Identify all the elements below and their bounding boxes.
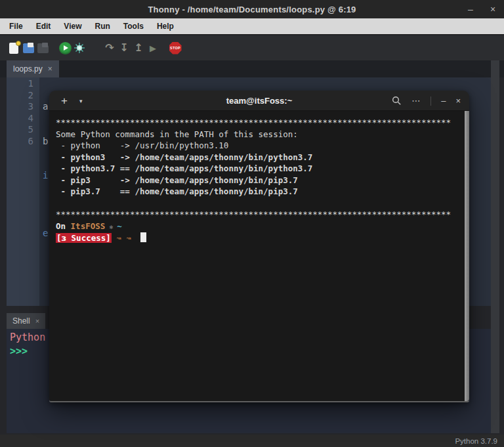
prompt-success-badge: [ɜ Success] <box>56 233 112 243</box>
editor-scrollbar[interactable] <box>491 60 499 433</box>
terminal-header[interactable]: + ▾ team@itsFoss:~ ⋯ – × <box>49 91 469 111</box>
prompt-separator-icon: ✱ <box>105 223 117 230</box>
prompt-arrows: ↝ ↝ <box>112 233 131 243</box>
terminal-path-row: - pip3.7 == /home/team/apps/thonny/bin/p… <box>56 186 460 198</box>
terminal-blank-line <box>56 198 460 209</box>
thonny-window: Thonny - /home/team/Documents/loops.py @… <box>0 0 504 447</box>
toolbar: ↷ ↧ ↥ ▶ STOP <box>0 35 504 60</box>
terminal-path-row: - python3 -> /home/team/apps/thonny/bin/… <box>56 152 460 163</box>
save-icon <box>37 45 49 53</box>
statusbar: Python 3.7.9 <box>0 435 504 447</box>
new-file-icon <box>9 43 18 54</box>
python-version-label[interactable]: Python 3.7.9 <box>455 437 497 445</box>
terminal-close-button[interactable]: × <box>455 96 461 106</box>
terminal-minimize-button[interactable]: – <box>441 96 446 106</box>
terminal-path-row: - python3.7 == /home/team/apps/thonny/bi… <box>56 163 460 175</box>
terminal-path-row: - python -> /usr/bin/python3.10 <box>56 140 460 152</box>
stop-sign-icon: STOP <box>169 42 182 54</box>
prompt-line-status: [ɜ Success] ↝ ↝ <box>56 232 460 244</box>
open-folder-icon <box>23 45 34 53</box>
menu-run[interactable]: Run <box>88 18 116 34</box>
step-out-icon: ↥ <box>134 43 142 53</box>
prompt-on-word: On <box>56 221 71 231</box>
step-into-button[interactable]: ↧ <box>117 40 131 56</box>
menu-file[interactable]: File <box>3 18 30 34</box>
editor-tabbar: loops.py × <box>0 60 504 77</box>
terminal-dropdown-icon[interactable]: ▾ <box>79 98 83 104</box>
terminal-body[interactable]: ****************************************… <box>49 111 469 401</box>
window-controls: – × <box>465 0 499 18</box>
stop-button[interactable]: STOP <box>168 40 182 56</box>
terminal-scrollbar[interactable] <box>465 111 469 401</box>
menu-tools[interactable]: Tools <box>117 18 150 34</box>
step-out-button[interactable]: ↥ <box>131 40 146 56</box>
line-number-gutter: 1 2 3 4 5 6 <box>7 77 39 306</box>
terminal-cursor <box>140 232 146 242</box>
menu-view[interactable]: View <box>57 18 88 34</box>
step-over-button[interactable]: ↷ <box>102 40 117 56</box>
tab-label: loops.py <box>13 64 43 74</box>
debug-bug-icon <box>74 42 85 54</box>
tab-loops-py[interactable]: loops.py × <box>7 60 59 77</box>
debug-script-button[interactable] <box>72 40 87 56</box>
terminal-window: + ▾ team@itsFoss:~ ⋯ – × ***************… <box>49 91 469 402</box>
terminal-menu-icon[interactable]: ⋯ <box>411 96 421 106</box>
shell-tab-label: Shell <box>12 316 30 326</box>
titlebar: Thonny - /home/team/Documents/loops.py @… <box>0 0 504 18</box>
terminal-search-icon[interactable] <box>392 96 402 106</box>
window-title: Thonny - /home/team/Documents/loops.py @… <box>148 5 356 14</box>
menu-help[interactable]: Help <box>150 18 180 34</box>
terminal-path-row: - pip3 -> /home/team/apps/thonny/bin/pip… <box>56 175 460 186</box>
tab-shell[interactable]: Shell × <box>7 313 45 329</box>
menubar: File Edit View Run Tools Help <box>0 18 504 35</box>
new-terminal-tab-button[interactable]: + <box>61 95 68 106</box>
resume-icon: ▶ <box>150 44 156 53</box>
step-over-icon: ↷ <box>105 43 114 53</box>
save-file-button[interactable] <box>35 40 50 56</box>
resume-button[interactable]: ▶ <box>146 40 160 56</box>
terminal-heading: Some Python commands in the PATH of this… <box>56 129 460 140</box>
prompt-hostname: ItsFOSS <box>71 221 106 231</box>
run-icon <box>59 42 72 54</box>
terminal-stars-line: ****************************************… <box>56 117 460 129</box>
prompt-path: ~ <box>117 221 122 231</box>
menu-edit[interactable]: Edit <box>30 18 58 34</box>
minimize-button[interactable]: – <box>465 4 476 14</box>
terminal-stars-line: ****************************************… <box>56 209 460 221</box>
step-into-icon: ↧ <box>119 43 128 53</box>
tab-close-icon[interactable]: × <box>48 64 52 74</box>
open-file-button[interactable] <box>21 40 35 56</box>
prompt-line-context: On ItsFOSS ✱ ~ <box>56 221 460 233</box>
new-file-button[interactable] <box>7 40 21 56</box>
run-script-button[interactable] <box>58 40 72 56</box>
terminal-header-divider <box>430 96 431 106</box>
shell-tab-close-icon[interactable]: × <box>35 317 39 325</box>
close-button[interactable]: × <box>487 4 499 14</box>
